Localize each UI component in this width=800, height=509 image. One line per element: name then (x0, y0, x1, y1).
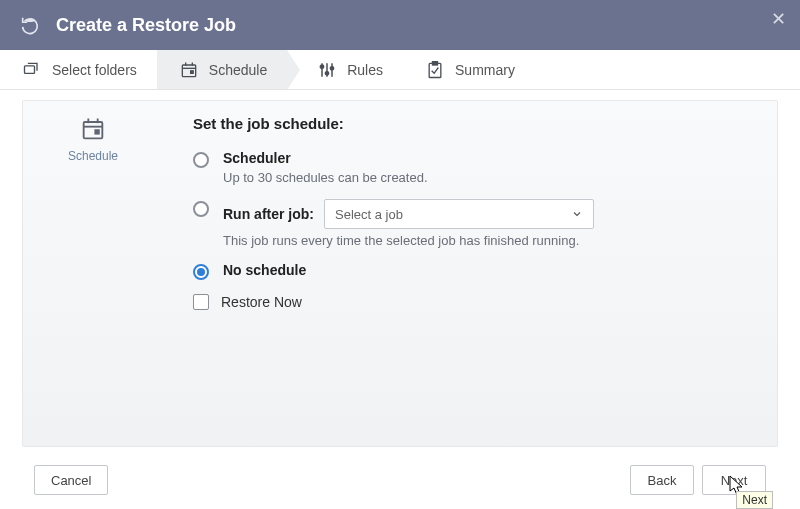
calendar-icon (179, 60, 199, 80)
dialog-footer: Cancel Back Next (0, 465, 800, 509)
option-run-after: Run after job: Select a job This job run… (193, 199, 727, 248)
restore-now-label: Restore Now (221, 294, 302, 310)
dialog-title: Create a Restore Job (56, 15, 236, 36)
wizard-steps: Select folders Schedule Rules Summary (0, 50, 800, 90)
restore-now-row: Restore Now (193, 294, 727, 310)
select-placeholder: Select a job (335, 207, 403, 222)
svg-point-10 (321, 65, 324, 68)
svg-point-12 (331, 66, 334, 69)
calendar-icon (79, 115, 107, 143)
radio-no-schedule[interactable] (193, 264, 209, 280)
svg-point-0 (25, 19, 34, 22)
step-label: Rules (347, 62, 383, 78)
side-tab-schedule: Schedule (63, 115, 123, 163)
option-desc: This job runs every time the selected jo… (223, 233, 727, 248)
restore-now-checkbox[interactable] (193, 294, 209, 310)
svg-rect-19 (95, 130, 99, 134)
step-rules[interactable]: Rules (287, 50, 403, 89)
svg-rect-1 (25, 65, 35, 73)
option-desc: Up to 30 schedules can be created. (223, 170, 727, 185)
chevron-down-icon (571, 208, 583, 220)
close-icon[interactable]: ✕ (771, 8, 786, 30)
step-summary[interactable]: Summary (403, 50, 535, 89)
side-tab-label: Schedule (63, 149, 123, 163)
step-select-folders[interactable]: Select folders (0, 50, 157, 89)
sliders-icon (317, 60, 337, 80)
back-button[interactable]: Back (630, 465, 694, 495)
radio-run-after[interactable] (193, 201, 209, 217)
main-panel: Schedule Set the job schedule: Scheduler… (22, 100, 778, 447)
step-label: Select folders (52, 62, 137, 78)
option-label: Run after job: (223, 206, 314, 222)
option-scheduler: Scheduler Up to 30 schedules can be crea… (193, 150, 727, 185)
dialog-header: Create a Restore Job ✕ (0, 0, 800, 50)
section-title: Set the job schedule: (193, 115, 727, 132)
svg-rect-14 (433, 61, 438, 64)
step-label: Schedule (209, 62, 267, 78)
option-label: No schedule (223, 262, 727, 278)
folders-icon (22, 60, 42, 80)
step-schedule[interactable]: Schedule (157, 50, 287, 89)
option-no-schedule: No schedule (193, 262, 727, 280)
step-label: Summary (455, 62, 515, 78)
svg-point-11 (326, 71, 329, 74)
cancel-button[interactable]: Cancel (34, 465, 108, 495)
option-label: Scheduler (223, 150, 727, 166)
job-select[interactable]: Select a job (324, 199, 594, 229)
restore-job-icon (18, 13, 42, 37)
svg-rect-6 (190, 70, 193, 73)
schedule-form: Set the job schedule: Scheduler Up to 30… (193, 115, 727, 310)
clipboard-check-icon (425, 60, 445, 80)
radio-scheduler[interactable] (193, 152, 209, 168)
next-tooltip: Next (736, 491, 773, 509)
